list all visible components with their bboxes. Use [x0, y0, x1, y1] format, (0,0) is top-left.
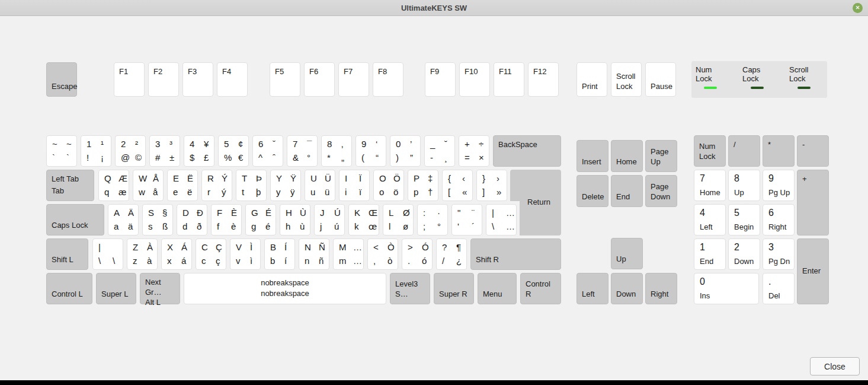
key-left[interactable]: Left — [576, 273, 608, 304]
key-np-6[interactable]: 6Right — [763, 204, 795, 236]
key-m[interactable]: M…m… — [333, 238, 364, 270]
key-np-9[interactable]: 9Pg Up — [763, 170, 795, 201]
key-insert[interactable]: Insert — [576, 140, 608, 172]
key-n[interactable]: NÑnñ — [299, 238, 329, 270]
key-right[interactable]: Right — [645, 273, 677, 304]
key-np-enter[interactable]: Enter — [797, 238, 829, 304]
key-j[interactable]: JÚjú — [314, 204, 345, 236]
key-z[interactable]: ZÀzà — [127, 238, 158, 270]
key-backslash[interactable]: |…\… — [486, 204, 517, 236]
key-y[interactable]: YŸyÿ — [270, 170, 301, 201]
key-f3[interactable]: F3 — [182, 62, 213, 97]
key-super-l[interactable]: Super L — [96, 273, 136, 304]
key-home[interactable]: Home — [611, 140, 643, 172]
key-f2[interactable]: F2 — [148, 62, 179, 97]
key-o[interactable]: OÖoö — [373, 170, 404, 201]
key-p[interactable]: P‡p† — [408, 170, 438, 201]
key-shift-l[interactable]: Shift L — [46, 238, 88, 270]
key-0[interactable]: 0’)” — [390, 135, 421, 167]
key-delete[interactable]: Delete — [576, 175, 608, 207]
key-dash[interactable]: _˘-¸ — [424, 135, 455, 167]
close-button[interactable]: Close — [810, 357, 860, 376]
key-scroll-lock[interactable]: ScrollLock — [611, 62, 642, 97]
key-l[interactable]: LØlø — [383, 204, 414, 236]
key-backspace[interactable]: BackSpace — [493, 135, 561, 167]
key-f5[interactable]: F5 — [270, 62, 300, 97]
key-np-8[interactable]: 8Up — [728, 170, 760, 201]
key-h[interactable]: HÙhù — [280, 204, 310, 236]
key-np-multiply[interactable]: * — [763, 135, 795, 167]
key-alt-l[interactable]: Next Gr…Alt L — [140, 273, 180, 304]
key-3[interactable]: 3³#± — [149, 135, 180, 167]
key-semicolon[interactable]: :·;° — [417, 204, 448, 236]
key-np-num-lock[interactable]: NumLock — [694, 135, 726, 167]
key-page-up[interactable]: PageUp — [645, 140, 677, 172]
key-np-subtract[interactable]: - — [797, 135, 829, 167]
key-f4[interactable]: F4 — [217, 62, 248, 97]
key-np-0[interactable]: 0Ins — [694, 273, 759, 304]
key-quote[interactable]: "¨'´ — [451, 204, 482, 236]
key-t[interactable]: TÞtþ — [236, 170, 267, 201]
key-backslash-extra[interactable]: |\\ — [92, 238, 123, 270]
key-np-2[interactable]: 2Down — [728, 238, 760, 270]
key-f[interactable]: FÈfè — [211, 204, 242, 236]
key-np-5[interactable]: 5Begin — [728, 204, 760, 236]
key-np-7[interactable]: 7Home — [694, 170, 726, 201]
key-w[interactable]: WÅwå — [133, 170, 164, 201]
key-up[interactable]: Up — [611, 238, 643, 269]
key-c[interactable]: CÇcç — [196, 238, 226, 270]
key-2[interactable]: 2²@© — [115, 135, 146, 167]
key-q[interactable]: QÆqæ — [98, 170, 129, 201]
key-np-4[interactable]: 4Left — [694, 204, 726, 236]
key-f8[interactable]: F8 — [373, 62, 403, 97]
key-g[interactable]: GÉgé — [245, 204, 276, 236]
key-return[interactable]: Return — [510, 170, 561, 236]
key-r[interactable]: RÝrý — [201, 170, 232, 201]
key-1[interactable]: 1¹!¡ — [81, 135, 111, 167]
key-slash[interactable]: ?¶/¿ — [436, 238, 467, 270]
key-down[interactable]: Down — [611, 273, 643, 304]
key-bracket-right[interactable]: }›]» — [476, 170, 507, 201]
key-page-down[interactable]: PageDown — [645, 175, 677, 207]
key-caps-lock[interactable]: Caps Lock — [46, 204, 104, 236]
key-k[interactable]: KŒkœ — [348, 204, 379, 236]
key-v[interactable]: VÌvì — [230, 238, 261, 270]
key-6[interactable]: 6ˇ^ˆ — [252, 135, 283, 167]
key-b[interactable]: BÍbí — [264, 238, 295, 270]
key-f11[interactable]: F11 — [494, 62, 524, 97]
key-a[interactable]: AÄaä — [108, 204, 139, 236]
key-f10[interactable]: F10 — [459, 62, 490, 97]
key-np-1[interactable]: 1End — [694, 238, 726, 270]
key-control-l[interactable]: Control L — [46, 273, 92, 304]
key-i[interactable]: IÏiï — [339, 170, 370, 201]
key-escape[interactable]: Escape — [46, 62, 77, 97]
key-super-r[interactable]: Super R — [434, 273, 474, 304]
key-f9[interactable]: F9 — [425, 62, 456, 97]
key-f1[interactable]: F1 — [114, 62, 145, 97]
key-5[interactable]: 5¢%€ — [218, 135, 249, 167]
key-np-decimal[interactable]: .Del — [763, 273, 795, 304]
key-7[interactable]: 7¯&° — [287, 135, 318, 167]
key-f12[interactable]: F12 — [528, 62, 559, 97]
key-space[interactable]: nobreakspacenobreakspace — [184, 273, 386, 304]
key-grave[interactable]: ~~`` — [46, 135, 77, 167]
key-menu[interactable]: Menu — [478, 273, 517, 304]
key-8[interactable]: 8‚*„ — [321, 135, 352, 167]
key-s[interactable]: S§sß — [142, 204, 173, 236]
key-e[interactable]: EËeë — [167, 170, 198, 201]
key-tab[interactable]: Left TabTab — [46, 170, 94, 201]
key-np-add[interactable]: + — [797, 170, 829, 236]
key-f7[interactable]: F7 — [338, 62, 369, 97]
key-x[interactable]: XÁxá — [161, 238, 192, 270]
window-close-icon[interactable]: ✕ — [853, 3, 863, 13]
key-comma[interactable]: <Ò,ò — [367, 238, 398, 270]
key-shift-r[interactable]: Shift R — [470, 238, 561, 270]
key-print[interactable]: Print — [576, 62, 607, 97]
key-level3-shift[interactable]: Level3 S… — [390, 273, 430, 304]
key-d[interactable]: DÐdð — [177, 204, 207, 236]
key-9[interactable]: 9‘(“ — [355, 135, 386, 167]
key-pause[interactable]: Pause — [645, 62, 676, 97]
key-4[interactable]: 4¥$£ — [184, 135, 214, 167]
key-f6[interactable]: F6 — [304, 62, 335, 97]
key-equals[interactable]: +÷=× — [459, 135, 489, 167]
